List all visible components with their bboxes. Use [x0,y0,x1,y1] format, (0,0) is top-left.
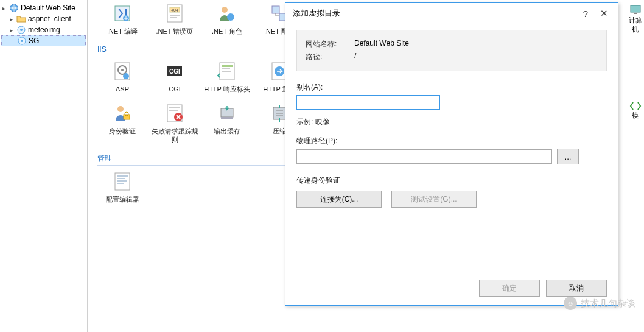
alias-input[interactable] [296,95,440,110]
svg-rect-56 [634,13,637,14]
alias-label: 别名(A): [296,82,607,93]
failed-trace-icon [164,102,186,124]
svg-rect-14 [272,6,279,13]
actions-pane: 计算机 模 [626,0,644,332]
auth-icon [111,102,133,124]
connect-as-button[interactable]: 连接为(C)... [296,191,382,208]
expand-icon[interactable]: ▸ [2,5,9,12]
dialog-titlebar[interactable]: 添加虚拟目录 ? ✕ [285,3,618,24]
add-virtual-directory-dialog: 添加虚拟目录 ? ✕ 网站名称:Default Web Site 路径:/ 别名… [285,2,618,306]
svg-rect-36 [222,68,230,69]
tree-label: meteoimg [28,26,60,34]
tree-label: Default Web Site [21,4,75,12]
svg-point-40 [117,106,124,112]
site-name-value: Default Web Site [354,39,409,49]
output-cache-icon [216,102,238,124]
app-icon [17,36,27,46]
net-roles-icon [216,2,238,24]
test-settings-button: 测试设置(G)... [391,191,477,208]
cgi-feature[interactable]: CGICGI [149,60,201,93]
help-button[interactable]: ? [576,9,595,19]
net-compile-feature[interactable]: .NET 编译 [96,2,149,35]
feature-label: 输出缓存 [201,127,253,135]
http-headers-icon [216,60,238,82]
feature-label: .NET 错误页 [149,27,201,35]
feature-label: ASP [96,85,149,93]
cgi-icon: CGI [164,60,186,82]
tree-app[interactable]: ▸ meteoimg [1,24,86,35]
feature-label: CGI [149,85,201,93]
site-info-box: 网站名称:Default Web Site 路径:/ [296,30,607,71]
svg-rect-45 [169,110,178,111]
config-editor-icon [111,171,133,192]
net-compile-icon [111,2,133,24]
example-text: 示例: 映像 [296,117,607,127]
svg-rect-51 [117,175,128,177]
connections-tree: ▸ Default Web Site ▸ aspnet_client ▸ met… [0,0,88,332]
svg-rect-52 [117,178,125,179]
ok-button: 确定 [479,280,540,297]
svg-rect-54 [117,183,124,184]
app-icon [16,25,26,35]
globe-icon [9,3,19,13]
svg-point-12 [222,7,228,13]
output-cache-feature[interactable]: 输出缓存 [201,102,253,135]
tree-folder[interactable]: ▸ aspnet_client [1,13,86,24]
physical-path-label: 物理路径(P): [296,136,607,146]
failed-trace-feature[interactable]: 失败请求跟踪规则 [149,102,201,144]
cancel-button[interactable]: 取消 [546,280,607,297]
svg-rect-10 [170,15,180,16]
asp-feature[interactable]: ASP [96,60,149,93]
wechat-icon: ☺ [564,297,577,310]
tree-site[interactable]: ▸ Default Web Site [1,2,86,13]
feature-label: HTTP 响应标头 [201,85,253,93]
tree-app-selected[interactable]: SG [1,35,86,46]
close-button[interactable]: ✕ [595,8,613,19]
asp-icon [111,60,133,82]
config-editor-feature[interactable]: 配置编辑器 [96,171,149,203]
net-roles-feature[interactable]: .NET 角色 [201,2,253,35]
dialog-title: 添加虚拟目录 [293,8,340,19]
expand-icon[interactable]: ▸ [10,16,16,23]
net-error-icon: 404 [164,2,186,24]
svg-rect-37 [222,71,231,72]
feature-label: .NET 角色 [201,27,253,35]
feature-label: .NET 编译 [96,27,149,35]
svg-point-2 [20,29,23,31]
auth-feature[interactable]: 身份验证 [96,102,149,135]
tree-label: aspnet_client [28,15,71,23]
browse-button[interactable]: ... [557,149,579,164]
svg-rect-35 [222,65,233,67]
svg-rect-11 [170,17,177,18]
folder-icon [16,14,26,24]
svg-point-13 [227,13,234,21]
tree-label: SG [29,37,39,45]
physical-path-input[interactable] [296,149,552,164]
expand-icon[interactable]: ▸ [10,27,16,34]
svg-point-31 [123,73,129,79]
http-headers-feature[interactable]: HTTP 响应标头 [201,60,253,93]
site-name-label: 网站名称: [306,39,354,49]
watermark: ☺ 技术几句杂谈 [564,297,635,310]
svg-text:404: 404 [171,8,178,12]
svg-rect-48 [221,117,233,119]
feature-label: 身份验证 [96,127,149,135]
svg-rect-53 [117,180,127,182]
path-value: / [354,52,356,62]
svg-rect-55 [631,5,640,12]
path-label: 路径: [306,52,354,62]
svg-point-30 [121,69,124,71]
svg-text:CGI: CGI [169,68,180,75]
feature-label: 配置编辑器 [96,195,149,203]
feature-label: 失败请求跟踪规则 [149,127,201,144]
svg-rect-44 [169,107,180,108]
passthrough-label: 传递身份验证 [296,175,607,186]
svg-rect-41 [124,115,130,119]
computer-icon[interactable]: 计算机 [626,4,644,34]
svg-point-4 [21,40,23,42]
template-icon[interactable]: 模 [626,101,644,120]
net-error-feature[interactable]: 404.NET 错误页 [149,2,201,35]
